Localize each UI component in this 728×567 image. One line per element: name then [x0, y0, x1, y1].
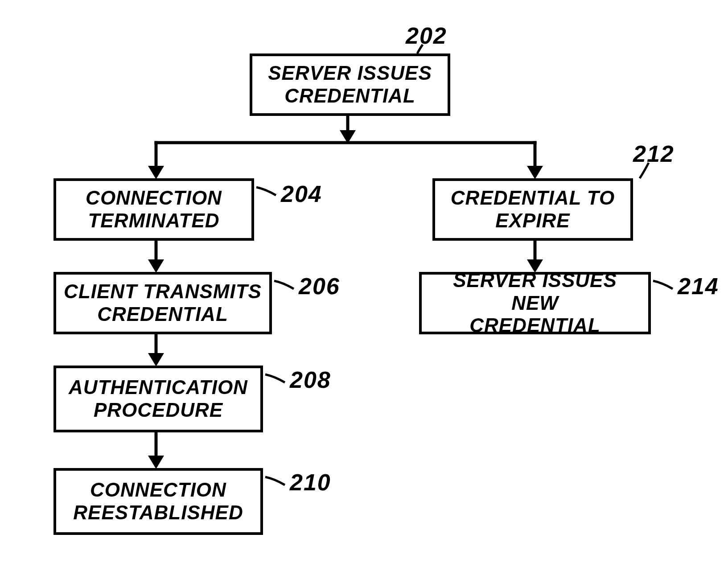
leader-214 [0, 0, 728, 567]
flowchart-canvas: SERVER ISSUES CREDENTIAL 202 CONNECTION … [0, 0, 728, 567]
